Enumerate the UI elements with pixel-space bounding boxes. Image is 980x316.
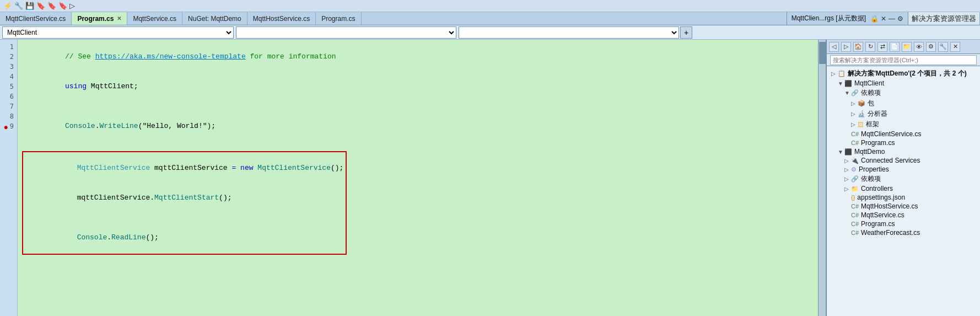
dropdowns-bar: MqttClient + bbox=[0, 25, 980, 40]
mqttdemo-icon: ⬛ bbox=[844, 148, 852, 156]
main-area: 1 2 3 4 5 6 7 8 9● // See https://aka.ms… bbox=[0, 40, 980, 316]
mqttdemo-label: MqttDemo bbox=[854, 148, 885, 156]
mcs-arrow bbox=[844, 131, 850, 137]
close-icon[interactable]: ✕ bbox=[117, 15, 121, 22]
context-dropdown[interactable] bbox=[459, 26, 679, 39]
tab-label: NuGet: MqttDemo bbox=[188, 15, 241, 23]
mqttservice-cs-label: MqttService.cs bbox=[861, 211, 904, 219]
tab-nuget[interactable]: NuGet: MqttDemo bbox=[182, 12, 247, 25]
line-num-7: 7 bbox=[10, 101, 14, 111]
sol-btn-preview[interactable]: 🔧 bbox=[938, 42, 948, 52]
tab-label: MqttClientService.cs bbox=[6, 15, 66, 23]
toolbar-icon-1[interactable]: ⚡ bbox=[3, 2, 12, 10]
tab-program[interactable]: Program.cs ✕ bbox=[72, 12, 127, 25]
toolbar-icon-2[interactable]: 🔧 bbox=[14, 2, 23, 10]
tree-item-solution[interactable]: ▷ 📋 解决方案'MqttDemo'(2 个项目，共 2 个) bbox=[827, 68, 980, 79]
cs-icon-3: C# bbox=[851, 203, 859, 210]
tree-item-mqttclientservice-cs[interactable]: C# MqttClientService.cs bbox=[827, 130, 980, 138]
tree-item-mqttclient[interactable]: ▼ ⬛ MqttClient bbox=[827, 79, 980, 88]
sol-btn-home[interactable]: 🏠 bbox=[853, 42, 863, 52]
fw-icon: 🖼 bbox=[858, 121, 864, 128]
tab-label: MqttHostService.cs bbox=[253, 15, 310, 23]
tree-item-controllers[interactable]: ▷ 📁 Controllers bbox=[827, 184, 980, 193]
code-editor[interactable]: // See https://aka.ms/new-console-templa… bbox=[18, 40, 818, 316]
sol-btn-show-all[interactable]: 👁 bbox=[914, 42, 924, 52]
tab-mqtthostservice[interactable]: MqttHostService.cs bbox=[247, 12, 316, 25]
solution-icon: 📋 bbox=[838, 70, 846, 77]
sol-btn-back[interactable]: ◁ bbox=[829, 42, 839, 52]
tabs-bar: MqttClientService.cs Program.cs ✕ MqttSe… bbox=[0, 12, 980, 25]
fw-arrow: ▷ bbox=[851, 121, 857, 127]
tree-item-dependencies-2[interactable]: ▷ 🔗 依赖项 bbox=[827, 174, 980, 184]
sol-btn-properties[interactable]: ⚙ bbox=[926, 42, 936, 52]
tree-item-mqttdemo[interactable]: ▼ ⬛ MqttDemo bbox=[827, 147, 980, 156]
weatherforecast-cs-label: WeatherForecast.cs bbox=[861, 229, 920, 237]
tree-item-program-cs-2[interactable]: C# Program.cs bbox=[827, 219, 980, 228]
scrollbar-thumb[interactable] bbox=[819, 42, 826, 64]
line-num-2: 2 bbox=[10, 52, 14, 62]
tree-item-appsettings[interactable]: {} appsettings.json bbox=[827, 193, 980, 202]
toolbar: ⚡ 🔧 💾 🔖 🔖 🔖 ▷ bbox=[0, 0, 980, 12]
type-mqttclientservice: MqttClientService bbox=[60, 164, 150, 172]
tab-mqttclientservice[interactable]: MqttClientService.cs bbox=[0, 12, 72, 25]
toolbar-icon-3[interactable]: 💾 bbox=[25, 2, 34, 10]
toolbar-icon-5[interactable]: 🔖 bbox=[47, 2, 56, 10]
lock-icon[interactable]: 🔒 bbox=[870, 15, 879, 23]
code-line-3 bbox=[22, 101, 814, 111]
mqttclientservice-cs-label: MqttClientService.cs bbox=[861, 130, 921, 138]
add-button[interactable]: + bbox=[680, 26, 692, 39]
pkg-label: 包 bbox=[868, 99, 874, 108]
tree-item-framework[interactable]: ▷ 🖼 框架 bbox=[827, 119, 980, 130]
member-dropdown[interactable] bbox=[236, 26, 456, 39]
metadata-tab[interactable]: MqttClien...rgs [从元数据] 🔒 ✕ — ⚙ bbox=[787, 12, 908, 25]
line-numbers: 1 2 3 4 5 6 7 8 9● bbox=[0, 40, 18, 316]
cs-icon-2: C# bbox=[851, 140, 859, 146]
tree-item-weatherforecast-cs[interactable]: C# WeatherForecast.cs bbox=[827, 228, 980, 237]
solution-tree: ▷ 📋 解决方案'MqttDemo'(2 个项目，共 2 个) ▼ ⬛ Mqtt… bbox=[827, 66, 980, 316]
readline-method: ReadLine bbox=[111, 233, 146, 242]
tree-item-properties[interactable]: ▷ ⚙ Properties bbox=[827, 165, 980, 174]
tree-item-mqtthostservice-cs[interactable]: C# MqttHostService.cs bbox=[827, 202, 980, 211]
tree-item-dependencies[interactable]: ▼ 🔗 依赖项 bbox=[827, 88, 980, 98]
sol-btn-sync[interactable]: ⇄ bbox=[877, 42, 887, 52]
console-class-2: Console bbox=[60, 233, 107, 242]
toolbar-icon-6[interactable]: 🔖 bbox=[58, 2, 67, 10]
link-text[interactable]: https://aka.ms/new-console-template bbox=[95, 52, 246, 61]
tab-program2[interactable]: Program.cs bbox=[316, 12, 361, 25]
code-line-1: // See https://aka.ms/new-console-templa… bbox=[22, 42, 814, 72]
close-meta-icon[interactable]: ✕ bbox=[881, 15, 886, 23]
sol-btn-new-file[interactable]: 📄 bbox=[890, 42, 900, 52]
mqttdemo-arrow: ▼ bbox=[838, 149, 843, 155]
solution-title-label: 解决方案资源管理器 bbox=[912, 14, 976, 24]
settings-meta-icon[interactable]: ⚙ bbox=[897, 15, 903, 23]
controllers-label: Controllers bbox=[861, 185, 893, 192]
class-dropdown[interactable]: MqttClient bbox=[2, 26, 234, 39]
toolbar-icon-4[interactable]: 🔖 bbox=[36, 2, 45, 10]
sol-btn-refresh[interactable]: ↻ bbox=[865, 42, 875, 52]
tree-item-analyzers[interactable]: ▷ 🔬 分析器 bbox=[827, 109, 980, 119]
tab-mqttservice[interactable]: MqttService.cs bbox=[127, 12, 182, 25]
editor-scrollbar[interactable] bbox=[818, 40, 826, 316]
solution-explorer-title-tab: 解决方案资源管理器 bbox=[908, 12, 980, 25]
mqtthostservice-cs-label: MqttHostService.cs bbox=[861, 202, 918, 210]
toolbar-icon-7[interactable]: ▷ bbox=[69, 2, 75, 10]
pkg-icon: 📦 bbox=[858, 100, 865, 107]
readline-parens: (); bbox=[146, 233, 158, 242]
sol-btn-forward[interactable]: ▷ bbox=[841, 42, 851, 52]
code-line-4: Console.WriteLine("Hello, World!"); bbox=[22, 111, 814, 141]
appsettings-label: appsettings.json bbox=[857, 194, 905, 201]
ctrl-arrow: ▷ bbox=[844, 186, 850, 192]
connected-icon: 🔌 bbox=[851, 157, 859, 164]
tab-label: Program.cs bbox=[321, 15, 355, 23]
tab-label: Program.cs bbox=[77, 15, 114, 23]
tree-item-mqttservice-cs[interactable]: C# MqttService.cs bbox=[827, 211, 980, 219]
pkg-arrow: ▷ bbox=[851, 100, 857, 106]
tree-item-packages[interactable]: ▷ 📦 包 bbox=[827, 98, 980, 109]
minimize-meta-icon[interactable]: — bbox=[889, 15, 895, 23]
solution-search-input[interactable] bbox=[830, 55, 977, 65]
tree-item-program-cs-1[interactable]: C# Program.cs bbox=[827, 138, 980, 147]
sol-btn-new-folder[interactable]: 📁 bbox=[902, 42, 912, 52]
tree-item-connected-services[interactable]: ▷ 🔌 Connected Services bbox=[827, 156, 980, 165]
sol-btn-close[interactable]: ✕ bbox=[950, 42, 960, 52]
cs-icon-5: C# bbox=[851, 221, 859, 227]
